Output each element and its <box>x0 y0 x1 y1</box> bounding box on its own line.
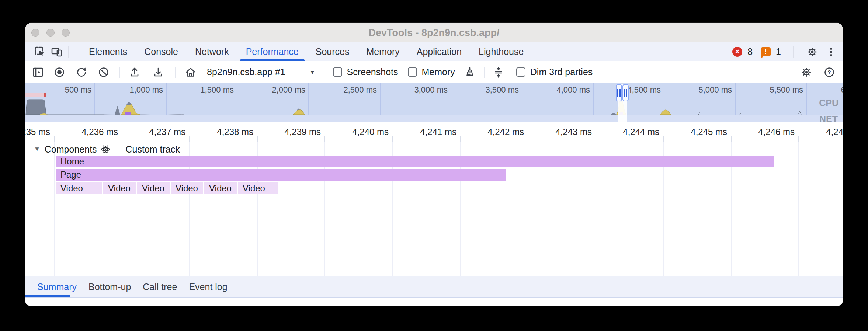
ruler-tick <box>528 136 528 142</box>
track-bar-video[interactable]: Video <box>238 182 278 194</box>
ruler-tick <box>731 136 732 142</box>
devtools-tabbar: Elements Console Network Performance Sou… <box>25 42 843 61</box>
tab-call-tree[interactable]: Call tree <box>137 282 183 292</box>
ruler-tick-label: 4,247 ms <box>807 127 843 137</box>
record-icon[interactable] <box>53 66 66 79</box>
devtools-window: DevTools - 8p2n9n.csb.app/ Elements Cons… <box>25 23 843 306</box>
expander-triangle-icon[interactable]: ▼ <box>34 146 40 153</box>
svg-text:?: ? <box>827 69 831 75</box>
track-gridline <box>798 142 799 276</box>
titlebar: DevTools - 8p2n9n.csb.app/ <box>25 23 843 43</box>
capture-settings-gear-icon[interactable] <box>800 66 813 79</box>
device-toolbar-icon[interactable] <box>50 45 64 59</box>
tab-memory[interactable]: Memory <box>358 42 408 61</box>
track-bar-video[interactable]: Video <box>137 182 170 194</box>
selection-right-handle[interactable] <box>622 84 629 101</box>
track-gridline <box>54 142 55 276</box>
tab-console[interactable]: Console <box>136 42 187 61</box>
active-details-tab-underline <box>25 295 70 297</box>
ruler-tick-label: 4,237 ms <box>130 127 185 137</box>
tab-sources[interactable]: Sources <box>307 42 358 61</box>
ruler-tick <box>596 136 596 142</box>
ruler-tick-label: 4,243 ms <box>537 127 592 137</box>
ruler-tick-label: 4,242 ms <box>469 127 524 137</box>
tab-application[interactable]: Application <box>408 42 470 61</box>
selection-left-handle[interactable] <box>616 84 622 101</box>
inspect-element-icon[interactable] <box>33 45 47 59</box>
error-count-icon[interactable]: ✕ <box>732 47 742 57</box>
download-profile-icon[interactable] <box>152 66 165 79</box>
memory-label[interactable]: Memory <box>422 67 455 77</box>
window-footer <box>25 297 843 306</box>
divider <box>68 46 69 58</box>
ruler-tick-label: 4,246 ms <box>739 127 795 137</box>
custom-track-header[interactable]: ▼ Components — Custom track <box>34 143 180 155</box>
memory-checkbox[interactable] <box>408 67 417 77</box>
divider <box>119 67 120 78</box>
more-options-kebab-icon[interactable] <box>827 45 835 59</box>
divider <box>175 67 176 78</box>
toggle-sidebar-icon[interactable] <box>31 66 45 79</box>
chevron-down-icon[interactable]: ▼ <box>310 69 315 75</box>
track-suffix: — Custom track <box>114 144 180 155</box>
dim-3rd-parties-label[interactable]: Dim 3rd parties <box>530 67 593 77</box>
ruler-tick-label: 4,241 ms <box>401 127 456 137</box>
ruler-tick <box>798 136 799 142</box>
tab-elements[interactable]: Elements <box>80 42 136 61</box>
window-title: DevTools - 8p2n9n.csb.app/ <box>25 27 843 39</box>
tab-summary[interactable]: Summary <box>31 282 83 292</box>
track-bar-video[interactable]: Video <box>171 182 203 194</box>
track-bar-video[interactable]: Video <box>103 182 136 194</box>
track-bar-home[interactable]: Home <box>56 156 774 167</box>
performance-toolbar: 8p2n9n.csb.app #1 ▼ Screenshots Memory D… <box>25 61 843 83</box>
divider <box>789 67 789 78</box>
warning-count-icon[interactable]: ! <box>761 47 771 56</box>
record-and-reload-icon[interactable] <box>75 66 88 79</box>
ruler-tick <box>460 136 461 142</box>
home-icon[interactable] <box>184 66 197 79</box>
ruler-tick <box>324 136 325 142</box>
garbage-collect-brush-icon[interactable] <box>463 66 476 79</box>
details-tabbar: Summary Bottom-up Call tree Event log <box>25 276 843 297</box>
ruler-tick-label: 4,239 ms <box>265 127 321 137</box>
tab-event-log[interactable]: Event log <box>183 282 233 292</box>
flamechart-track-area[interactable]: ▼ Components — Custom track HomePageVide… <box>25 142 843 276</box>
ruler-tick-label: 4,238 ms <box>198 127 253 137</box>
error-count[interactable]: 8 <box>747 46 753 57</box>
divider <box>484 67 485 78</box>
ruler-tick-label: 4,245 ms <box>672 127 727 137</box>
track-bar-video[interactable]: Video <box>204 182 237 194</box>
ruler-tick <box>392 136 393 142</box>
tab-lighthouse[interactable]: Lighthouse <box>470 42 532 61</box>
collapse-tracks-icon[interactable] <box>492 66 505 79</box>
ruler-tick-label: 4,240 ms <box>333 127 389 137</box>
ruler-tick <box>54 136 55 142</box>
tab-network[interactable]: Network <box>187 42 237 61</box>
screenshots-checkbox[interactable] <box>333 67 342 77</box>
divider <box>793 46 794 58</box>
tab-bottom-up[interactable]: Bottom-up <box>83 282 137 292</box>
timeline-ruler[interactable]: 4,235 ms4,236 ms4,237 ms4,238 ms4,239 ms… <box>25 122 843 142</box>
screenshots-label[interactable]: Screenshots <box>347 67 398 77</box>
track-name: Components <box>45 144 97 155</box>
clear-icon[interactable] <box>97 66 110 79</box>
profile-selector[interactable]: 8p2n9n.csb.app #1 <box>207 67 285 77</box>
ruler-tick <box>122 136 122 142</box>
help-icon[interactable]: ? <box>823 66 836 79</box>
network-overview-band <box>25 115 843 122</box>
dim-3rd-parties-checkbox[interactable] <box>516 67 525 77</box>
timeline-overview[interactable]: 500 ms1,000 ms1,500 ms2,000 ms2,500 ms3,… <box>25 83 843 122</box>
track-bar-page[interactable]: Page <box>56 169 506 181</box>
cpu-track-label: CPU <box>819 98 839 108</box>
panel-tabs: Elements Console Network Performance Sou… <box>80 42 532 61</box>
tab-performance[interactable]: Performance <box>237 42 307 61</box>
track-bar-video[interactable]: Video <box>56 182 102 194</box>
ruler-tick-label: 4,235 ms <box>25 127 50 137</box>
atom-icon <box>101 144 110 154</box>
upload-profile-icon[interactable] <box>128 66 141 79</box>
ruler-tick-label: 4,236 ms <box>63 127 118 137</box>
warning-count[interactable]: 1 <box>776 46 781 57</box>
net-track-label: NET <box>819 114 838 122</box>
ruler-tick-label: 4,244 ms <box>604 127 659 137</box>
settings-gear-icon[interactable] <box>805 45 819 59</box>
